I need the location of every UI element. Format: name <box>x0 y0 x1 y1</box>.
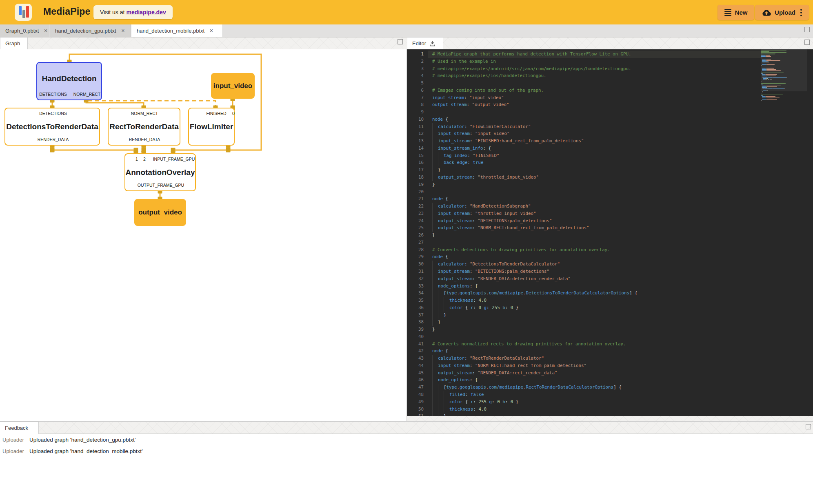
code-line[interactable]: back_edge: true <box>432 159 638 166</box>
code-line[interactable]: # Used in the example in <box>432 58 638 65</box>
file-tab[interactable]: Graph_0.pbtxt✕ <box>0 24 49 37</box>
input-port-label: 2 <box>143 157 146 161</box>
graph-canvas[interactable]: HandDetectionDETECTIONSNORM_RECTinput_vi… <box>0 49 407 421</box>
feedback-message: Uploaded graph 'hand_detection_mobile.pb… <box>29 448 143 454</box>
code-line[interactable]: color { r: 0 g: 255 b: 0 } <box>432 304 638 312</box>
expand-editor-panel-button[interactable] <box>804 40 810 45</box>
upload-button[interactable]: Upload <box>755 5 809 20</box>
code-line[interactable] <box>432 239 638 246</box>
graph-node-HandDetection[interactable]: HandDetectionDETECTIONSNORM_RECT <box>36 62 102 100</box>
code-line[interactable] <box>432 108 638 116</box>
code-line[interactable]: node { <box>432 253 638 261</box>
file-tab-label: Graph_0.pbtxt <box>5 28 39 34</box>
close-tab-icon[interactable]: ✕ <box>44 28 47 33</box>
close-tab-icon[interactable]: ✕ <box>209 28 213 33</box>
graph-node-DetectionsToRenderData[interactable]: DetectionsToRenderDataDETECTIONSRENDER_D… <box>4 108 100 146</box>
code-line[interactable]: input_stream_info: { <box>432 145 638 152</box>
editor-panel-tab[interactable]: Editor <box>407 37 443 49</box>
code-line[interactable]: output_stream: "RENDER_DATA:detection_re… <box>432 275 638 283</box>
graph-node-FlowLimiter[interactable]: FlowLimiterFINISHED0 <box>188 108 235 146</box>
code-line[interactable]: # Converts detections to drawing primiti… <box>432 246 638 254</box>
expand-graph-panel-button[interactable] <box>398 39 403 44</box>
mediapipe-logo-icon <box>15 4 32 21</box>
code-line[interactable]: calculator: "HandDetectionSubgraph" <box>432 203 638 210</box>
code-line[interactable]: [type.googleapis.com/mediapipe.RectToRen… <box>432 384 638 391</box>
upload-more-options-icon[interactable] <box>800 9 802 16</box>
code-line[interactable]: color { r: 255 g: 0 b: 0 } <box>432 398 638 406</box>
code-line[interactable]: output_stream: "DETECTIONS:palm_detectio… <box>432 217 638 225</box>
code-line[interactable]: } <box>432 413 638 416</box>
port-square <box>50 148 55 153</box>
code-line[interactable]: output_stream: "output_video" <box>432 101 638 108</box>
download-icon[interactable] <box>429 40 435 46</box>
feedback-message: Uploaded graph 'hand_detection_gpu.pbtxt… <box>29 437 136 443</box>
editor-minimap[interactable] <box>761 49 807 416</box>
code-line[interactable]: node_options: { <box>432 376 638 384</box>
code-line[interactable]: } <box>432 232 638 239</box>
code-line[interactable]: input_stream: "FINISHED:hand_rect_from_p… <box>432 137 638 145</box>
visit-link-pill[interactable]: Visit us at mediapipe.dev <box>93 5 173 19</box>
code-line[interactable]: } <box>432 166 638 174</box>
file-tab[interactable]: hand_detection_gpu.pbtxt✕ <box>50 24 131 37</box>
port-square <box>226 148 231 153</box>
code-line[interactable]: filled: false <box>432 391 638 398</box>
code-line[interactable]: thickness: 4.0 <box>432 297 638 304</box>
graph-node-AnnotationOverlay[interactable]: AnnotationOverlay12INPUT_FRAME_GPUOUTPUT… <box>124 153 196 191</box>
graph-panel-tab[interactable]: Graph <box>0 37 28 49</box>
code-content[interactable]: # MediaPipe graph that performs hand det… <box>432 51 638 416</box>
feedback-source: Uploader <box>0 437 29 443</box>
visit-prefix: Visit us at <box>100 9 124 15</box>
code-line[interactable]: output_stream: "NORM_RECT:hand_rect_from… <box>432 224 638 232</box>
code-line[interactable]: # mediapipie/examples/ios/handdetectiong… <box>432 72 638 80</box>
code-line[interactable]: } <box>432 181 638 188</box>
code-line[interactable]: calculator: "RectToRenderDataCalculator" <box>432 355 638 362</box>
code-line[interactable]: input_stream: "input_video" <box>432 130 638 137</box>
code-line[interactable]: # Images coming into and out of the grap… <box>432 87 638 94</box>
file-tab[interactable]: hand_detection_mobile.pbtxt✕ <box>131 24 223 37</box>
code-line[interactable]: output_stream: "throttled_input_video" <box>432 174 638 181</box>
graph-edge <box>86 100 144 108</box>
minimap-viewport[interactable] <box>761 49 807 91</box>
code-line[interactable]: # Converts normalized rects to drawing p… <box>432 340 638 348</box>
new-button[interactable]: New <box>717 5 754 20</box>
code-editor[interactable]: 1234567891011121314151617181920212223242… <box>407 49 813 416</box>
graph-node-RectToRenderData[interactable]: RectToRenderDataNORM_RECTRENDER_DATA <box>108 108 180 146</box>
code-line[interactable]: thickness: 4.0 <box>432 406 638 413</box>
code-line[interactable]: node { <box>432 195 638 203</box>
code-line[interactable]: node { <box>432 116 638 123</box>
code-line[interactable]: # MediaPipe graph that performs hand det… <box>432 51 638 58</box>
graph-edge <box>173 150 228 153</box>
graph-edge <box>52 146 136 153</box>
feedback-entry: UploaderUploaded graph 'hand_detection_g… <box>0 434 813 445</box>
code-line[interactable]: [type.googleapis.com/mediapipe.Detection… <box>432 290 638 297</box>
code-line[interactable]: node_options: { <box>432 283 638 290</box>
code-line[interactable]: node { <box>432 347 638 355</box>
code-line[interactable] <box>432 188 638 196</box>
mediapipe-dev-link[interactable]: mediapipe.dev <box>126 9 166 15</box>
code-line[interactable]: } <box>432 312 638 319</box>
graph-node-output_video[interactable]: output_video <box>134 199 186 226</box>
code-line[interactable]: calculator: "FlowLimiterCalculator" <box>432 123 638 130</box>
code-line[interactable]: tag_index: "FINISHED" <box>432 152 638 159</box>
graph-node-input_video[interactable]: input_video <box>211 73 255 99</box>
code-line[interactable]: input_stream: "throttled_input_video" <box>432 210 638 217</box>
close-tab-icon[interactable]: ✕ <box>121 28 125 33</box>
upload-button-label: Upload <box>775 9 795 16</box>
expand-tabstrip-button[interactable] <box>804 27 810 32</box>
code-line[interactable]: input_stream: "DETECTIONS:palm_detection… <box>432 268 638 275</box>
feedback-panel-tab[interactable]: Feedback <box>0 422 39 434</box>
code-line[interactable]: } <box>432 326 638 333</box>
code-line[interactable]: output_stream: "RENDER_DATA:rect_render_… <box>432 369 638 377</box>
code-line[interactable]: input_stream: "input_video" <box>432 94 638 102</box>
code-line[interactable]: input_stream: "NORM_RECT:hand_rect_from_… <box>432 362 638 369</box>
node-title: HandDetection <box>37 74 101 83</box>
expand-feedback-panel-button[interactable] <box>806 424 811 429</box>
code-line[interactable] <box>432 333 638 340</box>
code-line[interactable]: } <box>432 318 638 326</box>
code-line[interactable]: calculator: "DetectionsToRenderDataCalcu… <box>432 261 638 268</box>
code-line[interactable] <box>432 80 638 87</box>
code-line[interactable]: # mediapipie/examples/android/src/java/c… <box>432 65 638 73</box>
node-title: AnnotationOverlay <box>125 168 195 177</box>
app-title: MediaPipe <box>43 6 91 17</box>
feedback-entry: UploaderUploaded graph 'hand_detection_m… <box>0 445 813 457</box>
